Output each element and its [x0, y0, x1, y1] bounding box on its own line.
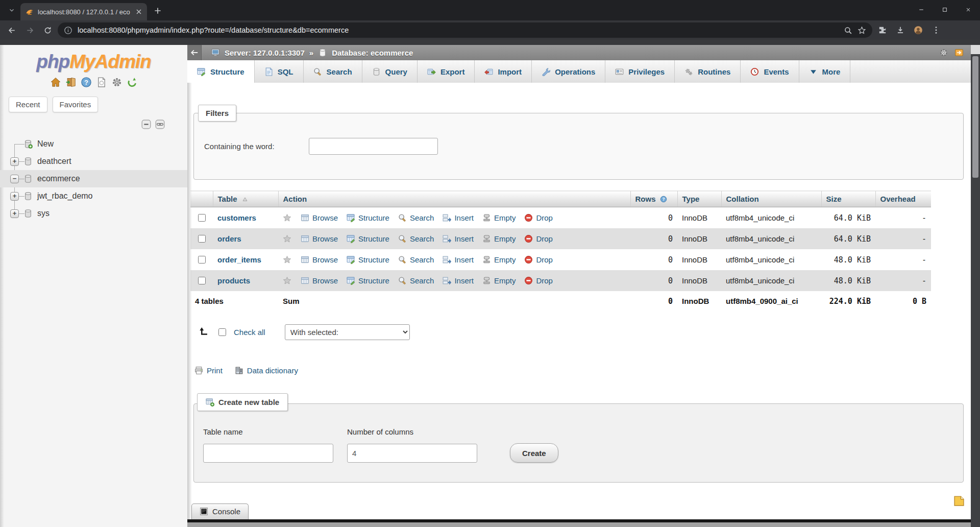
sidebar-item-new[interactable]: New	[0, 135, 187, 153]
plus-expander-icon[interactable]: +	[10, 157, 19, 166]
sidebar-item-ecommerce[interactable]: −ecommerce	[0, 170, 187, 187]
header-rows[interactable]: Rows?	[630, 191, 677, 207]
tab-privileges[interactable]: Privileges	[605, 60, 675, 83]
action-empty[interactable]: Empty	[482, 213, 516, 222]
minimize-button[interactable]	[910, 0, 933, 19]
bookmark-star-icon[interactable]	[857, 26, 866, 35]
back-button[interactable]	[4, 22, 19, 38]
tab-structure[interactable]: Structure	[187, 60, 255, 83]
action-insert[interactable]: Insert	[443, 234, 474, 243]
check-all-checkbox[interactable]	[218, 328, 226, 336]
action-search[interactable]: Search	[398, 234, 434, 243]
favorite-star-icon[interactable]	[283, 276, 291, 285]
tab-search-button[interactable]	[5, 4, 18, 17]
tab-routines[interactable]: Routines	[675, 60, 741, 83]
page-scrollbar[interactable]	[971, 45, 980, 527]
filter-word-input[interactable]	[309, 138, 438, 155]
refresh-button[interactable]	[127, 77, 138, 88]
table-name-link[interactable]: customers	[217, 213, 256, 222]
browser-tab[interactable]: localhost:8080 / 127.0.0.1 / eco	[20, 3, 147, 20]
with-selected-dropdown[interactable]: With selected:	[285, 324, 410, 340]
header-size[interactable]: Size	[821, 191, 875, 207]
maximize-button[interactable]	[933, 0, 957, 19]
new-tab-button[interactable]	[153, 6, 162, 15]
browser-menu-button[interactable]	[928, 22, 944, 38]
tab-more[interactable]: More	[799, 60, 851, 83]
link-with-page-button[interactable]	[155, 119, 165, 129]
header-overhead[interactable]: Overhead	[875, 191, 931, 207]
action-insert[interactable]: Insert	[443, 213, 474, 222]
favorite-star-icon[interactable]	[283, 213, 291, 222]
action-search[interactable]: Search	[398, 213, 434, 222]
header-table[interactable]: Table	[213, 191, 278, 207]
reload-button[interactable]	[40, 22, 55, 38]
action-drop[interactable]: Drop	[524, 255, 553, 264]
recent-button[interactable]: Recent	[9, 97, 47, 112]
row-checkbox[interactable]	[198, 256, 206, 264]
tab-events[interactable]: Events	[741, 60, 799, 83]
action-empty[interactable]: Empty	[482, 234, 516, 243]
row-checkbox[interactable]	[198, 235, 206, 243]
tab-operations[interactable]: Operations	[532, 60, 605, 83]
favorite-star-icon[interactable]	[283, 234, 291, 243]
settings-button[interactable]	[111, 77, 122, 88]
action-structure[interactable]: Structure	[347, 255, 389, 264]
close-window-button[interactable]	[957, 0, 980, 19]
console-tab[interactable]: Console	[191, 504, 249, 519]
logout-button[interactable]	[65, 77, 77, 88]
tab-export[interactable]: Export	[418, 60, 475, 83]
table-name-link[interactable]: products	[217, 276, 250, 285]
action-search[interactable]: Search	[398, 255, 434, 264]
profile-avatar[interactable]	[911, 22, 926, 38]
create-button[interactable]: Create	[510, 443, 558, 463]
action-drop[interactable]: Drop	[524, 276, 553, 285]
action-structure[interactable]: Structure	[347, 213, 389, 222]
action-search[interactable]: Search	[398, 276, 434, 285]
row-checkbox[interactable]	[198, 277, 206, 284]
action-browse[interactable]: Browse	[301, 255, 338, 264]
header-collation[interactable]: Collation	[721, 191, 821, 207]
tab-sql[interactable]: SQL	[255, 60, 304, 83]
phpmyadmin-logo[interactable]: phpMyAdmin	[0, 51, 187, 73]
breadcrumb-database[interactable]: Database: ecommerce	[332, 49, 413, 57]
sidebar-item-jwt_rbac_demo[interactable]: +jwt_rbac_demo	[0, 187, 187, 205]
table-name-input[interactable]	[203, 444, 333, 463]
docs-button[interactable]	[96, 77, 107, 88]
scrollbar-thumb[interactable]	[972, 56, 978, 178]
data-dictionary-link[interactable]: Data dictionary	[247, 366, 298, 375]
url-bar[interactable]: localhost:8080/phpmyadmin/index.php?rout…	[58, 22, 872, 38]
action-structure[interactable]: Structure	[347, 276, 389, 285]
expand-panel-icon[interactable]	[954, 48, 964, 57]
help-button[interactable]: ?	[81, 77, 92, 88]
action-browse[interactable]: Browse	[301, 276, 338, 285]
plus-expander-icon[interactable]: +	[10, 192, 19, 201]
forward-button[interactable]	[22, 22, 37, 38]
minus-expander-icon[interactable]: −	[10, 175, 19, 183]
zoom-page-icon[interactable]	[844, 26, 852, 35]
collapse-all-button[interactable]	[141, 119, 151, 129]
favorite-star-icon[interactable]	[283, 255, 291, 264]
page-corner-button[interactable]	[953, 495, 965, 507]
extensions-button[interactable]	[875, 22, 890, 38]
table-name-link[interactable]: order_items	[217, 255, 261, 264]
favorites-button[interactable]: Favorites	[53, 97, 99, 112]
action-insert[interactable]: Insert	[443, 255, 474, 264]
columns-count-input[interactable]	[347, 444, 477, 463]
action-insert[interactable]: Insert	[443, 276, 474, 285]
downloads-button[interactable]	[893, 22, 908, 38]
tab-import[interactable]: Import	[475, 60, 532, 83]
action-empty[interactable]: Empty	[482, 255, 516, 264]
page-settings-icon[interactable]	[939, 48, 948, 57]
print-link[interactable]: Print	[207, 366, 223, 375]
action-empty[interactable]: Empty	[482, 276, 516, 285]
home-button[interactable]	[50, 77, 61, 88]
sidebar-item-deathcert[interactable]: +deathcert	[0, 153, 187, 170]
table-name-link[interactable]: orders	[217, 234, 241, 243]
close-tab-icon[interactable]	[135, 8, 143, 16]
action-drop[interactable]: Drop	[524, 234, 553, 243]
check-all-link[interactable]: Check all	[234, 328, 265, 337]
action-drop[interactable]: Drop	[524, 213, 553, 222]
header-type[interactable]: Type	[677, 191, 721, 207]
action-browse[interactable]: Browse	[301, 213, 338, 222]
sidebar-item-sys[interactable]: +sys	[0, 205, 187, 222]
